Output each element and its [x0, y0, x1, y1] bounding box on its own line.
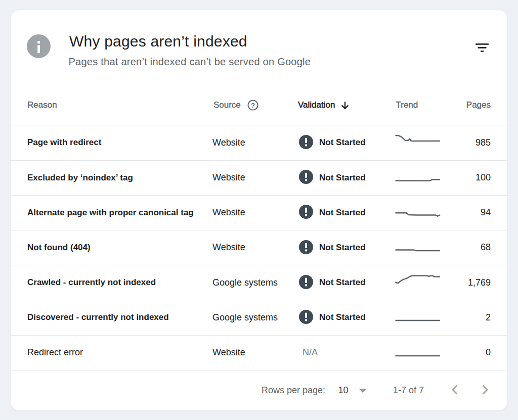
table-row[interactable]: Alternate page with proper canonical tag…: [11, 195, 507, 230]
pages-count-cell: 100: [476, 161, 491, 195]
trend-sparkline: [395, 161, 441, 195]
validation-cell: Not Started: [299, 230, 366, 265]
validation-status: N/A: [303, 347, 318, 358]
rows-per-page-dropdown[interactable]: [358, 388, 367, 393]
source-cell: Website: [212, 336, 245, 370]
reason-cell[interactable]: Redirect error: [27, 336, 83, 370]
table-row[interactable]: Crawled - currently not indexed Google s…: [11, 265, 507, 300]
why-pages-arent-indexed-panel: Why pages aren’t indexed Pages that aren…: [11, 10, 507, 410]
reason-cell[interactable]: Not found (404): [27, 230, 91, 265]
filter-button[interactable]: [472, 40, 492, 61]
validation-status: Not Started: [319, 137, 366, 148]
source-cell: Website: [212, 125, 245, 160]
svg-text:?: ?: [251, 102, 255, 109]
trend-sparkline: [395, 336, 441, 370]
rows-per-page-label: Rows per page:: [262, 370, 325, 410]
pagination-bar: Rows per page: 10 1-7 of 7: [11, 370, 507, 410]
validation-cell: N/A: [303, 336, 318, 370]
chevron-left-icon: [450, 384, 461, 395]
source-cell: Website: [212, 230, 245, 265]
error-icon: [299, 170, 313, 184]
reason-cell[interactable]: Alternate page with proper canonical tag: [27, 196, 194, 230]
page-title: Why pages aren’t indexed: [69, 34, 247, 49]
validation-status: Not Started: [319, 208, 366, 218]
error-icon: [299, 310, 313, 324]
table-row[interactable]: Page with redirect Website Not Started 9…: [11, 125, 507, 160]
pages-count-cell: 0: [486, 336, 491, 370]
source-cell: Website: [212, 161, 245, 195]
column-header-reason[interactable]: Reason: [27, 101, 57, 109]
page-range-label: 1-7 of 7: [393, 370, 424, 410]
pages-count-cell: 94: [481, 196, 491, 230]
table-row[interactable]: Discovered - currently not indexed Googl…: [11, 300, 507, 335]
source-cell: Google systems: [212, 300, 278, 335]
column-header-pages[interactable]: Pages: [466, 101, 491, 109]
info-icon: [27, 34, 51, 58]
error-icon: [299, 135, 313, 149]
next-page-button[interactable]: [479, 384, 490, 395]
previous-page-button[interactable]: [450, 384, 461, 395]
trend-sparkline: [395, 300, 441, 335]
validation-status: Not Started: [319, 173, 366, 183]
dropdown-arrow-icon: [358, 388, 367, 393]
validation-cell: Not Started: [299, 125, 366, 160]
validation-status: Not Started: [319, 312, 366, 322]
page-subtitle: Pages that aren’t indexed can’t be serve…: [69, 57, 311, 67]
reason-cell[interactable]: Page with redirect: [27, 125, 101, 160]
trend-sparkline: [395, 125, 441, 160]
rows-per-page-value[interactable]: 10: [338, 370, 349, 410]
validation-cell: Not Started: [299, 300, 366, 335]
validation-status: Not Started: [319, 277, 366, 288]
table-row[interactable]: Not found (404) Website Not Started 68: [11, 230, 507, 265]
reason-cell[interactable]: Crawled - currently not indexed: [27, 265, 156, 300]
source-cell: Google systems: [212, 265, 278, 300]
pages-count-cell: 1,769: [468, 265, 491, 300]
reason-cell[interactable]: Excluded by ‘noindex’ tag: [27, 161, 133, 195]
reason-cell[interactable]: Discovered - currently not indexed: [27, 300, 169, 335]
table-row[interactable]: Excluded by ‘noindex’ tag Website Not St…: [11, 160, 507, 195]
table-row[interactable]: Redirect error Website N/A 0: [11, 335, 507, 370]
trend-sparkline: [395, 265, 441, 300]
help-icon: ?: [247, 100, 258, 111]
validation-cell: Not Started: [299, 161, 366, 195]
error-icon: [299, 275, 313, 289]
validation-cell: Not Started: [299, 196, 366, 230]
trend-sparkline: [395, 196, 441, 230]
column-header-validation[interactable]: Validation: [298, 101, 335, 109]
help-button[interactable]: ?: [247, 100, 258, 111]
error-icon: [299, 240, 313, 254]
validation-cell: Not Started: [299, 265, 366, 300]
source-cell: Website: [212, 196, 245, 230]
error-icon: [299, 205, 313, 219]
sort-arrow-down-icon: [341, 101, 349, 110]
column-header-trend[interactable]: Trend: [396, 101, 418, 109]
pages-count-cell: 68: [481, 230, 491, 265]
trend-sparkline: [395, 230, 441, 265]
pages-count-cell: 985: [476, 125, 491, 160]
filter-list-icon: [472, 40, 492, 61]
column-header-source[interactable]: Source: [213, 101, 241, 109]
pages-count-cell: 2: [486, 300, 491, 335]
chevron-right-icon: [479, 384, 490, 395]
validation-status: Not Started: [319, 243, 366, 253]
